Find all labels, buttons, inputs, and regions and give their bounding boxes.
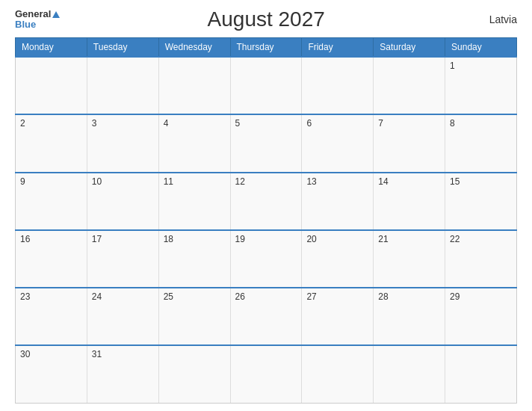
calendar-cell: 21	[374, 230, 445, 288]
calendar-cell: 2	[16, 114, 87, 172]
calendar-cell: 16	[16, 230, 87, 288]
day-number: 9	[20, 176, 25, 187]
day-number: 19	[235, 234, 245, 244]
calendar-cell: 8	[445, 114, 517, 172]
weekday-tuesday: Tuesday	[87, 38, 158, 58]
weekday-monday: Monday	[16, 38, 87, 58]
calendar-week-3: 16171819202122	[16, 230, 517, 288]
calendar-cell: 14	[374, 173, 445, 230]
calendar-cell: 24	[87, 288, 158, 345]
calendar-cell: 23	[16, 288, 87, 345]
day-number: 25	[164, 291, 173, 302]
day-number: 27	[306, 291, 316, 302]
day-number: 13	[306, 176, 316, 187]
day-number: 7	[378, 118, 383, 129]
calendar-header: MondayTuesdayWednesdayThursdayFridaySatu…	[16, 38, 517, 58]
calendar-cell: 25	[158, 288, 230, 345]
day-number: 2	[20, 118, 25, 129]
day-number: 23	[20, 291, 30, 302]
calendar-cell: 6	[302, 114, 374, 172]
calendar-cell	[374, 57, 445, 114]
calendar-cell: 28	[374, 288, 445, 345]
calendar-cell: 31	[87, 345, 158, 403]
weekday-friday: Friday	[302, 38, 374, 58]
logo-general: General	[15, 9, 60, 19]
calendar-cell: 7	[374, 114, 445, 172]
calendar-cell: 9	[16, 173, 87, 230]
calendar-cell	[374, 345, 445, 403]
day-number: 5	[235, 118, 241, 129]
calendar-cell	[302, 345, 374, 403]
day-number: 11	[164, 176, 173, 187]
day-number: 31	[92, 349, 102, 359]
logo-blue: Blue	[15, 19, 36, 30]
weekday-header-row: MondayTuesdayWednesdayThursdayFridaySatu…	[16, 38, 517, 58]
day-number: 8	[450, 118, 455, 129]
calendar-cell	[230, 345, 302, 403]
weekday-thursday: Thursday	[230, 38, 302, 58]
calendar-cell: 12	[230, 173, 302, 230]
day-number: 22	[450, 234, 460, 244]
day-number: 29	[450, 291, 460, 302]
day-number: 16	[20, 234, 30, 244]
day-number: 17	[92, 234, 102, 244]
calendar-cell: 5	[230, 114, 302, 172]
calendar-body: 1234567891011121314151617181920212223242…	[16, 57, 517, 404]
calendar-cell	[158, 57, 230, 114]
calendar-cell: 26	[230, 288, 302, 345]
calendar-cell: 1	[445, 57, 517, 114]
calendar-cell: 17	[87, 230, 158, 288]
day-number: 6	[306, 118, 312, 129]
day-number: 18	[164, 234, 173, 244]
calendar-cell	[302, 57, 374, 114]
page-header: General Blue August 2027 Latvia	[15, 7, 517, 31]
calendar-cell: 4	[158, 114, 230, 172]
weekday-saturday: Saturday	[374, 38, 445, 58]
calendar-cell: 11	[158, 173, 230, 230]
day-number: 15	[450, 176, 460, 187]
day-number: 20	[306, 234, 316, 244]
calendar-week-4: 23242526272829	[16, 288, 517, 345]
calendar-week-1: 2345678	[16, 114, 517, 172]
day-number: 3	[92, 118, 97, 129]
calendar-cell	[445, 345, 517, 403]
calendar-cell: 29	[445, 288, 517, 345]
country-label: Latvia	[472, 13, 517, 25]
calendar-cell: 10	[87, 173, 158, 230]
calendar-cell	[158, 345, 230, 403]
weekday-wednesday: Wednesday	[158, 38, 230, 58]
day-number: 14	[378, 176, 388, 187]
weekday-sunday: Sunday	[445, 38, 517, 58]
day-number: 28	[378, 291, 388, 302]
calendar-cell: 27	[302, 288, 374, 345]
calendar-title: August 2027	[60, 7, 472, 31]
logo: General Blue	[15, 9, 60, 31]
calendar-cell: 20	[302, 230, 374, 288]
calendar-table: MondayTuesdayWednesdayThursdayFridaySatu…	[15, 37, 517, 404]
calendar-cell: 15	[445, 173, 517, 230]
day-number: 1	[450, 61, 455, 71]
day-number: 24	[92, 291, 102, 302]
day-number: 21	[378, 234, 388, 244]
day-number: 10	[92, 176, 102, 187]
logo-triangle-icon	[52, 11, 60, 18]
calendar-week-5: 3031	[16, 345, 517, 403]
calendar-cell: 13	[302, 173, 374, 230]
calendar-cell	[230, 57, 302, 114]
day-number: 30	[20, 349, 30, 359]
day-number: 4	[164, 118, 169, 129]
day-number: 12	[235, 176, 245, 187]
calendar-cell: 30	[16, 345, 87, 403]
calendar-cell: 19	[230, 230, 302, 288]
calendar-cell	[16, 57, 87, 114]
calendar-week-0: 1	[16, 57, 517, 114]
calendar-cell: 3	[87, 114, 158, 172]
calendar-cell	[87, 57, 158, 114]
calendar-week-2: 9101112131415	[16, 173, 517, 230]
calendar-cell: 18	[158, 230, 230, 288]
calendar-cell: 22	[445, 230, 517, 288]
day-number: 26	[235, 291, 245, 302]
